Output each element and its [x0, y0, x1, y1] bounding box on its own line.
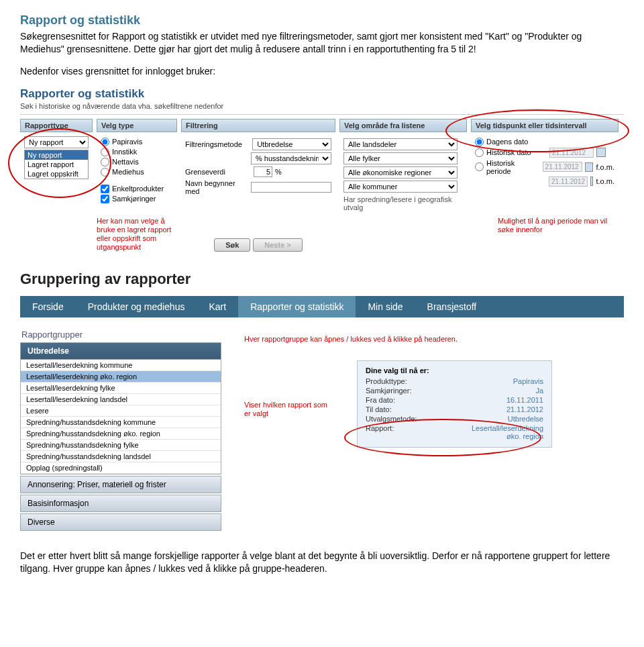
radio-label: Innstikk — [112, 148, 137, 156]
radio-label: Mediehus — [112, 168, 144, 176]
date-field[interactable]: 21.11.2012 — [549, 148, 594, 158]
doc-para-3: Det er etter hvert blitt så mange forskj… — [20, 550, 624, 575]
rapportgrupper-title: Rapportgrupper — [21, 330, 221, 340]
col-header-filtrering: Filtrering — [181, 119, 335, 132]
radio-mediehus[interactable] — [101, 168, 109, 177]
select-utbredelse[interactable]: Utbredelse — [252, 138, 331, 150]
radio-dagensdato[interactable] — [475, 138, 484, 146]
fom-label: f.o.m. — [596, 163, 614, 171]
select-kommuner[interactable]: Alle kommuner — [343, 181, 458, 193]
group-header-basis[interactable]: Basisinformasjon — [20, 495, 221, 512]
rapporttype-select[interactable]: Ny rapport — [24, 136, 89, 148]
app-subtitle: Søk i historiske og nåværende data vha. … — [20, 102, 624, 110]
grouping-screenshot: Forside Produkter og mediehus Kart Rappo… — [20, 296, 624, 531]
calendar-icon[interactable] — [596, 148, 606, 157]
input-grenseverdi[interactable] — [254, 166, 272, 177]
radio-label: Historisk periode — [486, 159, 540, 175]
group-header-diverse[interactable]: Diverse — [20, 513, 221, 531]
date-field-fom[interactable]: 21.11.2012 — [543, 162, 582, 172]
radio-label: Nettavis — [112, 158, 139, 166]
summary-value: 16.11.2011 — [506, 396, 543, 404]
calendar-icon[interactable] — [585, 162, 594, 172]
select-okoregioner[interactable]: Alle økonomiske regioner — [343, 166, 458, 179]
summary-label: Utvalgsmetode: — [366, 415, 417, 423]
unit-percent: % — [275, 168, 282, 176]
annotation-text-4: Viser hvilken rapport som er valgt — [244, 401, 331, 418]
list-item[interactable]: Spredning/husstandsdekning øko. region — [21, 428, 221, 440]
list-item-selected[interactable]: Lesertall/leserdekning øko. region — [21, 371, 221, 383]
list-item[interactable]: Spredning/husstandsdekning kommune — [21, 417, 221, 428]
col-header-rapporttype: Rapporttype — [20, 119, 93, 132]
rapporttype-option[interactable]: Lagret rapport — [25, 160, 88, 169]
annotation-text-3: Hver rapportgruppe kan åpnes / lukkes ve… — [244, 335, 624, 344]
app-title: Rapporter og statistikk — [20, 87, 624, 101]
nav-item-forside[interactable]: Forside — [20, 296, 76, 317]
radio-historiskperiode[interactable] — [475, 162, 484, 171]
list-item[interactable]: Spredning/husstandsdekning landsdel — [21, 451, 221, 462]
check-label: Enkeltprodukter — [112, 185, 164, 193]
radio-innstikk[interactable] — [101, 148, 109, 156]
doc-para-2: Nedenfor vises grensnittet for innlogget… — [20, 65, 624, 78]
col-header-tidspunkt: Velg tidspunkt eller tidsintervall — [471, 119, 619, 132]
nav-item-bransjestoff[interactable]: Bransjestoff — [415, 296, 489, 317]
radio-label: Papiravis — [112, 138, 142, 146]
rapporttype-option-selected[interactable]: Ny rapport — [25, 150, 88, 160]
summary-label: Samkjøringer: — [366, 387, 411, 395]
annotation-text-1: Her kan man velge å bruke en lagret rapp… — [97, 217, 177, 252]
radio-label: Historisk dato — [486, 148, 547, 156]
list-item[interactable]: Lesere — [21, 405, 221, 417]
radio-nettavis[interactable] — [101, 158, 109, 166]
group-header-utbredelse[interactable]: Utbredelse — [20, 342, 221, 360]
list-item[interactable]: Spredning/husstandsdekning fylke — [21, 440, 221, 451]
list-item[interactable]: Opplag (spredningstall) — [21, 462, 221, 474]
summary-value: Lesertall/leserdekning øko. region — [463, 424, 543, 440]
area-note: Har spredning/lesere i geografisk utvalg — [343, 195, 463, 211]
group-header-annonsering[interactable]: Annonsering: Priser, materiell og friste… — [20, 476, 221, 493]
check-samkjoringer[interactable] — [101, 195, 109, 203]
label-grenseverdi: Grenseverdi — [185, 168, 251, 176]
col-header-omrade: Velg område fra listene — [339, 119, 467, 132]
tom-label: t.o.m. — [596, 177, 614, 185]
list-item[interactable]: Lesertall/leserdekning landsdel — [21, 394, 221, 405]
list-item[interactable]: Lesertall/leserdekning kommune — [21, 360, 221, 371]
label-navnbegynner: Navn begynner med — [185, 179, 248, 195]
radio-historiskdato[interactable] — [475, 148, 484, 157]
summary-value: Ja — [535, 387, 543, 395]
summary-label: Til dato: — [366, 405, 392, 413]
report-filter-screenshot: Rapporter og statistikk Søk i historiske… — [20, 87, 624, 252]
group-list: Lesertall/leserdekning kommune Lesertall… — [20, 360, 221, 475]
summary-label: Fra dato: — [366, 396, 395, 404]
nav-item-minside[interactable]: Min side — [356, 296, 415, 317]
check-label: Samkjøringer — [112, 195, 156, 203]
summary-value: 21.11.2012 — [506, 405, 543, 413]
section-heading-gruppering: Gruppering av rapporter — [20, 270, 624, 288]
input-navnbegynner[interactable] — [251, 182, 331, 193]
search-button[interactable]: Søk — [214, 238, 250, 252]
col-header-velgtype: Velg type — [97, 119, 177, 132]
summary-box: Dine valg til nå er: Produkttype:Papirav… — [357, 360, 552, 448]
doc-title: Rapport og statistikk — [20, 13, 624, 28]
rapporttype-option[interactable]: Lagret oppskrift — [25, 169, 88, 179]
nav-item-kart[interactable]: Kart — [197, 296, 238, 317]
radio-label: Dagens dato — [486, 138, 528, 146]
select-landsdeler[interactable]: Alle landsdeler — [343, 138, 458, 150]
main-navbar: Forside Produkter og mediehus Kart Rappo… — [20, 296, 624, 317]
date-field-tom[interactable]: 21.11.2012 — [549, 177, 588, 187]
select-husstandsdekning[interactable]: % husstandsdekning — [251, 152, 331, 164]
summary-label: Produkttype: — [366, 377, 407, 385]
check-enkeltprodukter[interactable] — [101, 185, 109, 193]
calendar-icon[interactable] — [590, 177, 593, 186]
summary-value: Papiravis — [513, 377, 543, 385]
nav-item-rapporter[interactable]: Rapporter og statistikk — [238, 296, 356, 317]
label-filtmetode: Filtreringsmetode — [185, 140, 250, 148]
annotation-text-2: Mulighet til å angi periode man vil søke… — [471, 217, 619, 234]
summary-value: Utbredelse — [508, 415, 543, 423]
doc-para-1: Søkegrensesnittet for Rapport og statist… — [20, 30, 624, 56]
list-item[interactable]: Lesertall/leserdekning fylke — [21, 383, 221, 394]
summary-title: Dine valg til nå er: — [366, 366, 543, 375]
summary-label: Rapport: — [366, 424, 394, 440]
select-fylker[interactable]: Alle fylker — [343, 152, 458, 164]
nav-item-produkter[interactable]: Produkter og mediehus — [76, 296, 197, 317]
next-button[interactable]: Neste > — [253, 238, 302, 252]
radio-papiravis[interactable] — [101, 138, 109, 146]
